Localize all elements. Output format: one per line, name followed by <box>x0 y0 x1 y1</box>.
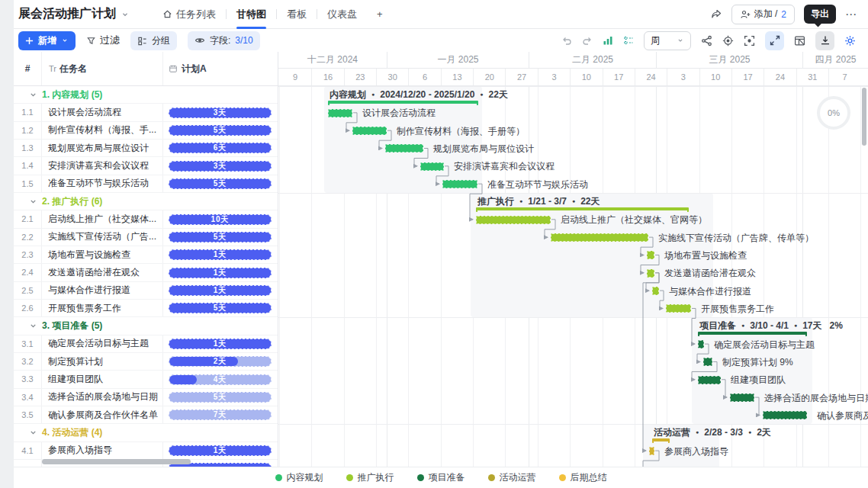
task-row[interactable]: 1.1设计展会活动流程3天 <box>14 104 278 121</box>
task-row[interactable]: 3.3组建项目团队4天 <box>14 371 278 388</box>
group-header-row[interactable]: 1. 内容规划 (5) <box>14 86 278 104</box>
duration-pill[interactable]: 5天 <box>169 303 272 313</box>
new-task-button[interactable]: 新增 <box>18 31 76 50</box>
tab-dashboard[interactable]: 仪表盘 <box>317 0 367 29</box>
tab-task-list[interactable]: 任务列表 <box>153 0 226 29</box>
group-header-row[interactable]: 3. 项目准备 (5) <box>14 317 278 335</box>
milestone-list-icon[interactable] <box>623 35 634 46</box>
duration-pill[interactable]: 1天 <box>169 445 272 456</box>
task-number: 2.6 <box>14 300 42 316</box>
duration-pill[interactable]: 5天 <box>169 392 272 403</box>
duration-pill[interactable]: 10天 <box>169 214 272 225</box>
left-rail <box>0 0 14 488</box>
task-plan-cell: 1天 <box>163 246 278 263</box>
task-name: 准备互动环节与娱乐活动 <box>42 175 163 192</box>
group-header-row[interactable]: 2. 推广执行 (6) <box>14 193 278 210</box>
title-chevron-down-icon[interactable] <box>121 10 130 19</box>
task-row[interactable]: 3.4选择合适的展会场地与日期5天 <box>14 389 278 406</box>
task-row[interactable]: 1.4安排演讲嘉宾和会议议程3天 <box>14 157 278 175</box>
timeline-week: 24 <box>635 69 667 85</box>
timeline-week: 10 <box>699 69 731 85</box>
undo-icon[interactable] <box>561 35 572 46</box>
task-plan-cell: 5天 <box>163 389 278 406</box>
task-row[interactable]: 2.3场地布置与设施检查1天 <box>14 246 278 264</box>
group-by-button[interactable]: 分组 <box>130 31 177 50</box>
timeline-week: 13 <box>441 69 473 85</box>
legend-item: 项目准备 <box>417 471 465 484</box>
task-row[interactable]: 3.1确定展会活动目标与主题1天 <box>14 336 278 353</box>
task-row[interactable]: 4.1参展商入场指导1天 <box>14 442 278 460</box>
duration-text: 5天 <box>169 126 271 135</box>
task-row[interactable]: 2.4发送邀请函给潜在观众1天 <box>14 264 278 281</box>
task-row[interactable]: 1.3规划展览布局与展位设计6天 <box>14 140 278 157</box>
fullscreen-icon[interactable] <box>765 31 784 50</box>
member-count: 2 <box>781 9 786 20</box>
task-name: 制定预算计划 <box>42 353 163 370</box>
task-row[interactable]: 2.1启动线上推广（社交媒体...10天 <box>14 210 278 228</box>
task-row[interactable]: 3.2制定预算计划2天 <box>14 353 278 371</box>
task-row[interactable]: 3.5确认参展商及合作伙伴名单7天 <box>14 406 278 424</box>
duration-pill[interactable]: 1天 <box>169 339 272 349</box>
column-header-plan[interactable]: 计划A <box>163 52 278 85</box>
duration-text: 5天 <box>169 303 271 313</box>
timeline-week: 6 <box>408 69 440 85</box>
locate-target-icon[interactable] <box>722 35 734 47</box>
timeline-week: 31 <box>796 69 828 85</box>
chart-view-icon[interactable] <box>603 35 613 46</box>
column-header-number[interactable]: # <box>14 52 42 85</box>
duration-pill[interactable]: 5天 <box>169 125 272 136</box>
gantt-body: 内容规划●2024/12/20 - 2025/1/20●22天设计展会活动流程制… <box>278 86 868 467</box>
task-row[interactable]: 1.5准备互动环节与娱乐活动5天 <box>14 175 278 193</box>
task-plan-cell: 5天 <box>163 229 278 246</box>
share-forward-icon[interactable] <box>710 8 722 21</box>
duration-pill[interactable]: 5天 <box>169 232 272 242</box>
task-row[interactable]: 2.2实施线下宣传活动（广告...5天 <box>14 229 278 246</box>
settings-gear-icon[interactable] <box>844 35 856 47</box>
more-menu-icon[interactable]: ⋯ <box>845 8 857 21</box>
duration-pill[interactable]: 2天 <box>169 356 272 367</box>
duration-pill[interactable]: 1天 <box>169 285 272 296</box>
export-download-icon[interactable] <box>815 31 834 50</box>
duration-pill[interactable]: 1天 <box>169 268 272 278</box>
gantt-toolbar: 新增 过滤 分组 字段: 3/10 周 <box>14 29 868 52</box>
chevron-down-icon <box>29 322 37 330</box>
horizontal-scrollbar[interactable] <box>42 459 191 464</box>
focus-icon[interactable] <box>744 35 755 47</box>
hide-table-icon[interactable] <box>794 35 805 47</box>
duration-pill[interactable]: 4天 <box>169 374 272 385</box>
duration-pill[interactable]: 1天 <box>169 249 272 260</box>
duration-pill[interactable]: 3天 <box>169 108 272 118</box>
task-number: 2.3 <box>14 246 42 263</box>
timeline-week: 20 <box>473 69 505 85</box>
duration-pill[interactable]: 6天 <box>169 143 272 153</box>
task-row[interactable]: 1.2制作宣传材料（海报、手...5天 <box>14 122 278 140</box>
legend-label: 活动运营 <box>500 471 536 484</box>
group-header-row[interactable]: 4. 活动运营 (4) <box>14 424 278 441</box>
task-name: 场地布置与设施检查 <box>42 246 163 263</box>
task-name: 发送邀请函给潜在观众 <box>42 264 163 281</box>
task-name: 实施线下宣传活动（广告... <box>42 229 163 246</box>
task-plan-cell: 3天 <box>163 157 278 174</box>
column-header-name[interactable]: Tr 任务名 <box>42 52 163 85</box>
top-bar: 展会活动推广计划 任务列表 甘特图 看板 仪表盘 + 添加 / 2 导出 ⋯ <box>14 0 868 29</box>
duration-pill[interactable]: 7天 <box>169 409 272 420</box>
duration-text: 3天 <box>169 162 271 171</box>
redo-icon[interactable] <box>582 35 593 46</box>
task-plan-cell: 7天 <box>163 406 278 423</box>
timeline-week: 3 <box>538 69 570 85</box>
task-name: 确定展会活动目标与主题 <box>42 336 163 352</box>
tab-gantt[interactable]: 甘特图 <box>227 0 276 29</box>
legend-label: 推广执行 <box>358 471 394 484</box>
time-scale-select[interactable]: 周 <box>644 31 691 50</box>
filter-button[interactable]: 过滤 <box>86 34 120 47</box>
tab-board[interactable]: 看板 <box>277 0 317 29</box>
task-row[interactable]: 2.5与媒体合作进行报道1天 <box>14 282 278 300</box>
duration-pill[interactable]: 3天 <box>169 161 272 172</box>
add-member-button[interactable]: 添加 / 2 <box>731 5 795 24</box>
tab-add[interactable]: + <box>367 0 393 29</box>
task-row[interactable]: 2.6开展预售票务工作5天 <box>14 300 278 317</box>
share-network-icon[interactable] <box>701 35 712 47</box>
fields-button[interactable]: 字段: 3/10 <box>188 31 260 50</box>
vertical-scrollbar[interactable] <box>862 88 866 146</box>
duration-pill[interactable]: 5天 <box>169 178 272 189</box>
